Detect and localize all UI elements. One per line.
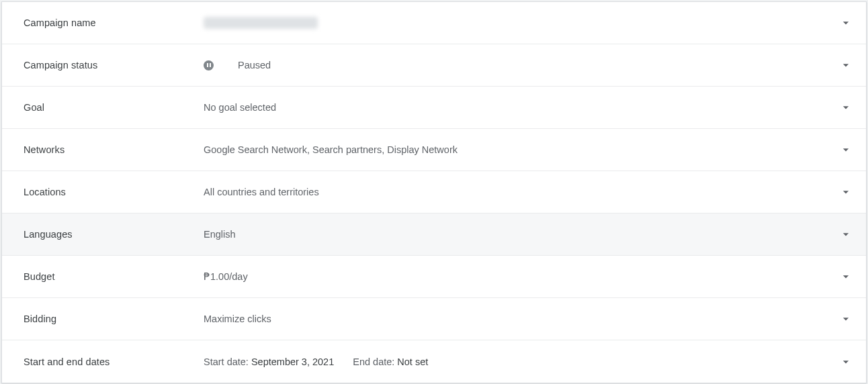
chevron-down-icon bbox=[838, 15, 854, 31]
start-date: Start date: September 3, 2021 bbox=[204, 356, 334, 367]
chevron-down-icon bbox=[838, 311, 854, 327]
locations-label: Locations bbox=[24, 187, 204, 197]
end-date: End date: Not set bbox=[353, 356, 428, 367]
chevron-down-icon bbox=[838, 57, 854, 73]
dates-value: Start date: September 3, 2021 End date: … bbox=[204, 356, 838, 367]
end-date-value: Not set bbox=[397, 356, 428, 367]
chevron-down-icon bbox=[838, 184, 854, 200]
languages-label: Languages bbox=[24, 229, 204, 240]
campaign-status-value: Paused bbox=[204, 60, 838, 70]
locations-text: All countries and territories bbox=[204, 187, 319, 197]
campaign-name-label: Campaign name bbox=[24, 17, 204, 28]
budget-row[interactable]: Budget ₱1.00/day bbox=[2, 256, 866, 298]
networks-label: Networks bbox=[24, 144, 204, 155]
budget-label: Budget bbox=[24, 271, 204, 282]
languages-value: English bbox=[204, 229, 838, 240]
start-date-label: Start date: bbox=[204, 356, 249, 367]
networks-text: Google Search Network, Search partners, … bbox=[204, 144, 458, 155]
campaign-status-row[interactable]: Campaign status Paused bbox=[2, 44, 866, 87]
campaign-settings-panel: Campaign name Campaign status Paused Goa… bbox=[1, 1, 867, 383]
dates-row[interactable]: Start and end dates Start date: Septembe… bbox=[2, 340, 866, 383]
languages-text: English bbox=[204, 229, 236, 240]
bidding-value: Maximize clicks bbox=[204, 314, 838, 324]
chevron-down-icon bbox=[838, 99, 854, 115]
campaign-name-value bbox=[204, 17, 838, 29]
chevron-down-icon bbox=[838, 269, 854, 285]
redacted-campaign-name bbox=[204, 17, 318, 29]
campaign-status-label: Campaign status bbox=[24, 60, 204, 70]
chevron-down-icon bbox=[838, 142, 854, 158]
dates-label: Start and end dates bbox=[24, 356, 204, 367]
goal-label: Goal bbox=[24, 102, 204, 113]
goal-text: No goal selected bbox=[204, 102, 276, 113]
pause-icon bbox=[204, 60, 214, 70]
networks-value: Google Search Network, Search partners, … bbox=[204, 144, 838, 155]
goal-row[interactable]: Goal No goal selected bbox=[2, 87, 866, 129]
chevron-down-icon bbox=[838, 354, 854, 370]
bidding-text: Maximize clicks bbox=[204, 314, 271, 324]
end-date-label: End date: bbox=[353, 356, 394, 367]
goal-value: No goal selected bbox=[204, 102, 838, 113]
start-date-value: September 3, 2021 bbox=[251, 356, 334, 367]
budget-text: ₱1.00/day bbox=[204, 271, 248, 282]
bidding-row[interactable]: Bidding Maximize clicks bbox=[2, 298, 866, 340]
locations-row[interactable]: Locations All countries and territories bbox=[2, 171, 866, 213]
bidding-label: Bidding bbox=[24, 314, 204, 324]
networks-row[interactable]: Networks Google Search Network, Search p… bbox=[2, 129, 866, 171]
locations-value: All countries and territories bbox=[204, 187, 838, 197]
campaign-name-row[interactable]: Campaign name bbox=[2, 2, 866, 44]
chevron-down-icon bbox=[838, 226, 854, 242]
budget-value: ₱1.00/day bbox=[204, 271, 838, 282]
languages-row[interactable]: Languages English bbox=[2, 213, 866, 256]
campaign-status-text: Paused bbox=[238, 60, 271, 70]
